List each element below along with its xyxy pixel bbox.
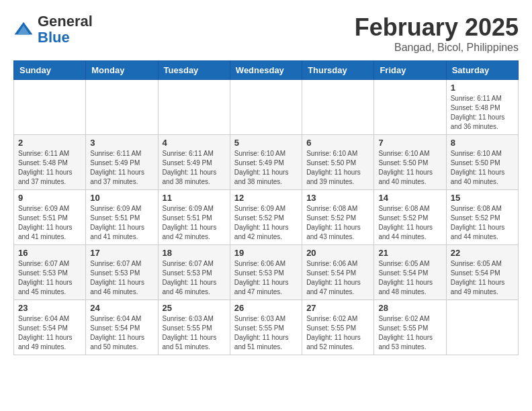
day-number: 21 bbox=[378, 248, 441, 258]
calendar-cell: 12Sunrise: 6:09 AM Sunset: 5:52 PM Dayli… bbox=[230, 190, 302, 245]
day-number: 11 bbox=[163, 193, 226, 203]
weekday-header-saturday: Saturday bbox=[446, 61, 518, 80]
weekday-header-sunday: Sunday bbox=[14, 61, 86, 80]
calendar-header: SundayMondayTuesdayWednesdayThursdayFrid… bbox=[14, 61, 519, 80]
calendar-cell: 19Sunrise: 6:06 AM Sunset: 5:53 PM Dayli… bbox=[230, 245, 302, 300]
page-header: General Blue February 2025 Bangad, Bicol… bbox=[13, 13, 519, 54]
calendar-cell: 5Sunrise: 6:10 AM Sunset: 5:49 PM Daylig… bbox=[230, 135, 302, 190]
day-info: Sunrise: 6:07 AM Sunset: 5:53 PM Dayligh… bbox=[163, 259, 226, 297]
calendar-cell: 8Sunrise: 6:10 AM Sunset: 5:50 PM Daylig… bbox=[446, 135, 518, 190]
day-info: Sunrise: 6:02 AM Sunset: 5:55 PM Dayligh… bbox=[306, 314, 369, 352]
calendar-cell bbox=[230, 80, 302, 135]
day-number: 18 bbox=[163, 248, 226, 258]
calendar-cell: 3Sunrise: 6:11 AM Sunset: 5:49 PM Daylig… bbox=[86, 135, 158, 190]
day-info: Sunrise: 6:06 AM Sunset: 5:54 PM Dayligh… bbox=[306, 259, 369, 297]
calendar-cell bbox=[158, 80, 230, 135]
calendar-table: SundayMondayTuesdayWednesdayThursdayFrid… bbox=[13, 60, 519, 355]
calendar-cell: 13Sunrise: 6:08 AM Sunset: 5:52 PM Dayli… bbox=[302, 190, 374, 245]
calendar-cell: 23Sunrise: 6:04 AM Sunset: 5:54 PM Dayli… bbox=[14, 300, 86, 355]
calendar-cell: 15Sunrise: 6:08 AM Sunset: 5:52 PM Dayli… bbox=[446, 190, 518, 245]
day-number: 17 bbox=[90, 248, 153, 258]
calendar-cell: 10Sunrise: 6:09 AM Sunset: 5:51 PM Dayli… bbox=[86, 190, 158, 245]
day-info: Sunrise: 6:09 AM Sunset: 5:52 PM Dayligh… bbox=[234, 204, 298, 242]
calendar-cell: 16Sunrise: 6:07 AM Sunset: 5:53 PM Dayli… bbox=[14, 245, 86, 300]
day-number: 20 bbox=[306, 248, 369, 258]
day-number: 9 bbox=[18, 193, 81, 203]
weekday-row: SundayMondayTuesdayWednesdayThursdayFrid… bbox=[14, 61, 519, 80]
logo: General Blue bbox=[13, 13, 93, 46]
day-number: 16 bbox=[18, 248, 81, 258]
calendar-cell: 11Sunrise: 6:09 AM Sunset: 5:51 PM Dayli… bbox=[158, 190, 230, 245]
day-number: 25 bbox=[163, 303, 226, 313]
day-number: 2 bbox=[18, 138, 81, 148]
day-number: 13 bbox=[306, 193, 369, 203]
logo-general: General bbox=[38, 13, 93, 30]
day-number: 14 bbox=[378, 193, 441, 203]
day-info: Sunrise: 6:06 AM Sunset: 5:53 PM Dayligh… bbox=[234, 259, 298, 297]
day-number: 10 bbox=[90, 193, 153, 203]
day-info: Sunrise: 6:04 AM Sunset: 5:54 PM Dayligh… bbox=[90, 314, 153, 352]
day-number: 27 bbox=[306, 303, 369, 313]
day-info: Sunrise: 6:10 AM Sunset: 5:49 PM Dayligh… bbox=[234, 149, 298, 187]
calendar-cell: 1Sunrise: 6:11 AM Sunset: 5:48 PM Daylig… bbox=[446, 80, 518, 135]
calendar-cell: 25Sunrise: 6:03 AM Sunset: 5:55 PM Dayli… bbox=[158, 300, 230, 355]
day-info: Sunrise: 6:08 AM Sunset: 5:52 PM Dayligh… bbox=[306, 204, 369, 242]
calendar-week-1: 2Sunrise: 6:11 AM Sunset: 5:48 PM Daylig… bbox=[14, 135, 519, 190]
month-title: February 2025 bbox=[355, 13, 519, 42]
day-number: 19 bbox=[234, 248, 298, 258]
weekday-header-monday: Monday bbox=[86, 61, 158, 80]
day-info: Sunrise: 6:07 AM Sunset: 5:53 PM Dayligh… bbox=[90, 259, 153, 297]
calendar-cell: 22Sunrise: 6:05 AM Sunset: 5:54 PM Dayli… bbox=[446, 245, 518, 300]
day-info: Sunrise: 6:09 AM Sunset: 5:51 PM Dayligh… bbox=[90, 204, 153, 242]
calendar-cell bbox=[446, 300, 518, 355]
day-number: 4 bbox=[163, 138, 226, 148]
day-number: 12 bbox=[234, 193, 298, 203]
day-info: Sunrise: 6:04 AM Sunset: 5:54 PM Dayligh… bbox=[18, 314, 81, 352]
day-number: 28 bbox=[378, 303, 441, 313]
day-info: Sunrise: 6:10 AM Sunset: 5:50 PM Dayligh… bbox=[306, 149, 369, 187]
day-info: Sunrise: 6:10 AM Sunset: 5:50 PM Dayligh… bbox=[451, 149, 514, 187]
day-number: 6 bbox=[306, 138, 369, 148]
weekday-header-friday: Friday bbox=[374, 61, 446, 80]
location: Bangad, Bicol, Philippines bbox=[355, 42, 519, 54]
day-info: Sunrise: 6:07 AM Sunset: 5:53 PM Dayligh… bbox=[18, 259, 81, 297]
day-number: 23 bbox=[18, 303, 81, 313]
day-info: Sunrise: 6:09 AM Sunset: 5:51 PM Dayligh… bbox=[163, 204, 226, 242]
calendar-week-3: 16Sunrise: 6:07 AM Sunset: 5:53 PM Dayli… bbox=[14, 245, 519, 300]
day-info: Sunrise: 6:08 AM Sunset: 5:52 PM Dayligh… bbox=[451, 204, 514, 242]
day-number: 5 bbox=[234, 138, 298, 148]
calendar-cell bbox=[14, 80, 86, 135]
logo-icon bbox=[13, 19, 34, 40]
logo-blue: Blue bbox=[38, 29, 70, 46]
calendar-cell: 27Sunrise: 6:02 AM Sunset: 5:55 PM Dayli… bbox=[302, 300, 374, 355]
day-number: 15 bbox=[451, 193, 514, 203]
calendar-cell: 21Sunrise: 6:05 AM Sunset: 5:54 PM Dayli… bbox=[374, 245, 446, 300]
calendar-cell: 4Sunrise: 6:11 AM Sunset: 5:49 PM Daylig… bbox=[158, 135, 230, 190]
calendar-cell: 7Sunrise: 6:10 AM Sunset: 5:50 PM Daylig… bbox=[374, 135, 446, 190]
day-info: Sunrise: 6:05 AM Sunset: 5:54 PM Dayligh… bbox=[451, 259, 514, 297]
calendar-week-4: 23Sunrise: 6:04 AM Sunset: 5:54 PM Dayli… bbox=[14, 300, 519, 355]
day-info: Sunrise: 6:09 AM Sunset: 5:51 PM Dayligh… bbox=[18, 204, 81, 242]
calendar-cell: 28Sunrise: 6:02 AM Sunset: 5:55 PM Dayli… bbox=[374, 300, 446, 355]
day-info: Sunrise: 6:02 AM Sunset: 5:55 PM Dayligh… bbox=[378, 314, 441, 352]
day-info: Sunrise: 6:08 AM Sunset: 5:52 PM Dayligh… bbox=[378, 204, 441, 242]
weekday-header-wednesday: Wednesday bbox=[230, 61, 302, 80]
day-info: Sunrise: 6:11 AM Sunset: 5:49 PM Dayligh… bbox=[163, 149, 226, 187]
day-number: 24 bbox=[90, 303, 153, 313]
calendar-week-0: 1Sunrise: 6:11 AM Sunset: 5:48 PM Daylig… bbox=[14, 80, 519, 135]
day-number: 8 bbox=[451, 138, 514, 148]
calendar-cell: 14Sunrise: 6:08 AM Sunset: 5:52 PM Dayli… bbox=[374, 190, 446, 245]
calendar-cell: 17Sunrise: 6:07 AM Sunset: 5:53 PM Dayli… bbox=[86, 245, 158, 300]
calendar-cell: 9Sunrise: 6:09 AM Sunset: 5:51 PM Daylig… bbox=[14, 190, 86, 245]
calendar-cell: 20Sunrise: 6:06 AM Sunset: 5:54 PM Dayli… bbox=[302, 245, 374, 300]
day-info: Sunrise: 6:11 AM Sunset: 5:49 PM Dayligh… bbox=[90, 149, 153, 187]
calendar-cell: 24Sunrise: 6:04 AM Sunset: 5:54 PM Dayli… bbox=[86, 300, 158, 355]
calendar-cell: 26Sunrise: 6:03 AM Sunset: 5:55 PM Dayli… bbox=[230, 300, 302, 355]
calendar-cell bbox=[86, 80, 158, 135]
title-block: February 2025 Bangad, Bicol, Philippines bbox=[355, 13, 519, 54]
day-info: Sunrise: 6:03 AM Sunset: 5:55 PM Dayligh… bbox=[163, 314, 226, 352]
day-info: Sunrise: 6:10 AM Sunset: 5:50 PM Dayligh… bbox=[378, 149, 441, 187]
calendar-cell bbox=[374, 80, 446, 135]
weekday-header-tuesday: Tuesday bbox=[158, 61, 230, 80]
calendar-cell: 6Sunrise: 6:10 AM Sunset: 5:50 PM Daylig… bbox=[302, 135, 374, 190]
